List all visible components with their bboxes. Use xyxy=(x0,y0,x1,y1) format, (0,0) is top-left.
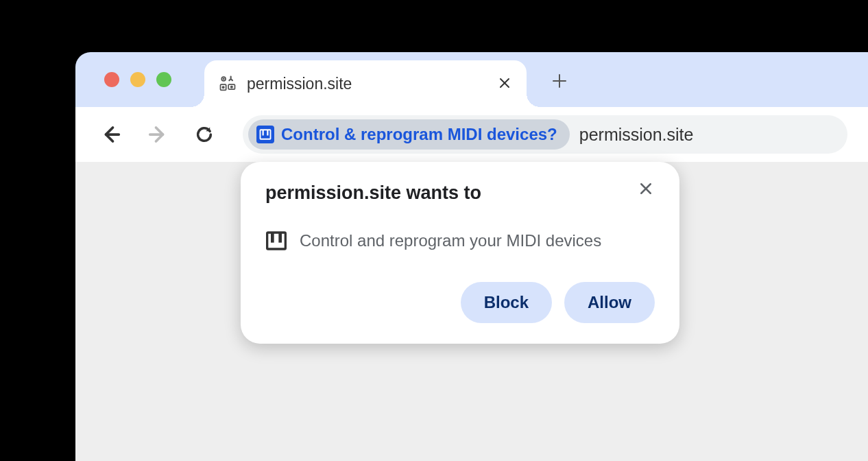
midi-icon xyxy=(265,230,287,252)
browser-tab[interactable]: permission.site xyxy=(204,60,527,107)
svg-rect-12 xyxy=(261,130,271,139)
dialog-title: permission.site wants to xyxy=(265,182,481,204)
svg-rect-17 xyxy=(267,233,286,249)
permission-dialog: permission.site wants to Control and rep… xyxy=(241,162,679,344)
svg-rect-13 xyxy=(263,130,264,135)
close-window-button[interactable] xyxy=(104,72,119,87)
new-tab-button[interactable] xyxy=(548,70,570,92)
tab-strip: permission.site xyxy=(75,52,868,107)
dialog-body: Control and reprogram your MIDI devices xyxy=(265,230,655,252)
url-text: permission.site xyxy=(579,125,694,145)
svg-point-3 xyxy=(222,86,224,88)
svg-point-5 xyxy=(231,86,232,88)
maximize-window-button[interactable] xyxy=(156,72,171,87)
svg-rect-14 xyxy=(267,130,268,135)
allow-button[interactable]: Allow xyxy=(564,282,655,323)
dialog-body-text: Control and reprogram your MIDI devices xyxy=(300,231,601,250)
toolbar: Control & reprogram MIDI devices? permis… xyxy=(75,107,868,162)
window-controls xyxy=(104,72,171,87)
svg-rect-19 xyxy=(278,233,282,243)
minimize-window-button[interactable] xyxy=(130,72,145,87)
address-bar[interactable]: Control & reprogram MIDI devices? permis… xyxy=(243,115,847,154)
midi-icon xyxy=(256,126,274,143)
dialog-header: permission.site wants to xyxy=(265,182,655,204)
reload-button[interactable] xyxy=(189,119,219,150)
permission-chip-text: Control & reprogram MIDI devices? xyxy=(281,125,557,144)
permission-chip[interactable]: Control & reprogram MIDI devices? xyxy=(248,119,570,150)
svg-point-1 xyxy=(224,78,224,79)
block-button[interactable]: Block xyxy=(461,282,552,323)
tab-title: permission.site xyxy=(247,75,487,93)
dialog-close-icon[interactable] xyxy=(637,182,655,198)
browser-window: permission.site xyxy=(75,52,868,461)
tab-close-icon[interactable] xyxy=(496,75,513,93)
forward-button[interactable] xyxy=(143,119,173,150)
back-button[interactable] xyxy=(96,119,126,150)
dialog-actions: Block Allow xyxy=(265,282,655,323)
svg-rect-18 xyxy=(271,233,274,243)
tab-favicon-icon xyxy=(218,74,237,93)
